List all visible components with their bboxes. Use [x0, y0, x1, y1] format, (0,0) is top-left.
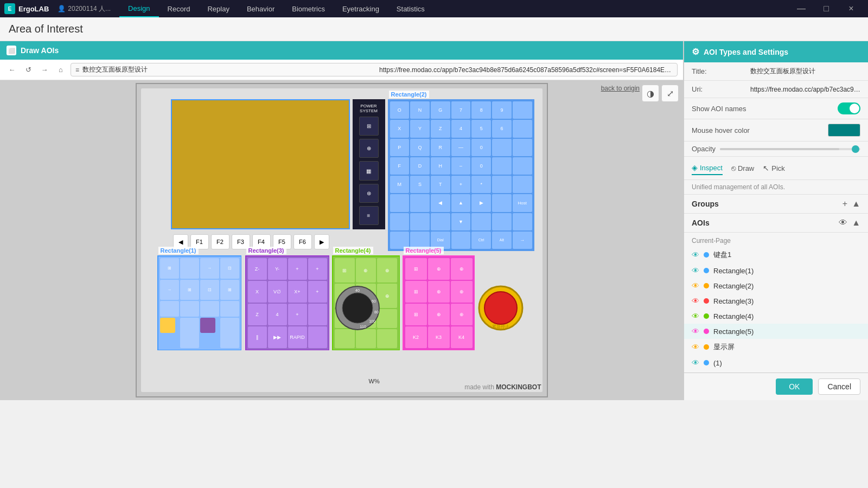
draw-aois-title: Draw AOIs — [21, 46, 59, 55]
svg-text:60: 60 — [372, 299, 376, 303]
forward-button[interactable]: → — [38, 63, 51, 76]
groups-collapse-button[interactable]: ▲ — [852, 199, 860, 209]
content-row: Draw AOIs ← ↺ → ⌂ ≡ 数控交互面板原型设计 https://f… — [0, 41, 868, 400]
aoi-name-rectangle4: Rectangle(4) — [713, 312, 860, 320]
window-controls: — □ × — [789, 0, 864, 17]
title-label: Title: — [692, 67, 746, 75]
aois-title: AOIs — [692, 219, 839, 227]
aoi-eye-rectangle3[interactable]: 👁 — [692, 297, 699, 305]
svg-text:40: 40 — [355, 288, 360, 292]
close-button[interactable]: × — [839, 0, 864, 17]
aoi-color-1 — [704, 360, 709, 365]
minimize-button[interactable]: — — [789, 0, 814, 17]
ok-button[interactable]: OK — [776, 378, 813, 395]
show-aoi-names-toggle[interactable] — [838, 102, 860, 114]
rect5-grid: ⊞ ⊕ ⊕ ⊞ ⊕ ⊕ ⊞ ⊕ ⊕ K2 K3 K4 — [404, 256, 474, 350]
tab-eyetracking[interactable]: Eyetracking — [334, 0, 388, 17]
aoi-item-rectangle5[interactable]: 👁 Rectangle(5) — [684, 324, 868, 339]
title-value: 数控交互面板原型设计 — [750, 67, 860, 76]
dial-area: 40 60 80 100 110 — [333, 284, 382, 332]
opacity-slider-fill — [720, 148, 839, 150]
opacity-slider-thumb[interactable] — [852, 145, 859, 153]
url-bar: ← ↺ → ⌂ ≡ 数控交互面板原型设计 https://free.modao.… — [0, 60, 683, 80]
tab-record[interactable]: Record — [159, 0, 199, 17]
opacity-row: Opacity — [684, 142, 868, 157]
opacity-slider[interactable] — [720, 148, 860, 150]
emergency-button[interactable]: 紧急停止 — [476, 284, 525, 332]
power-panel: POWER SYSTEM ⊞ ⊕ ▦ ⊛ ≡ — [353, 99, 385, 229]
aoi-eye-1[interactable]: 👁 — [692, 358, 699, 367]
svg-point-1 — [342, 293, 373, 323]
contrast-button[interactable]: ◑ — [642, 85, 659, 102]
nav-tabs: Design Record Replay Behavior Biometrics… — [119, 0, 789, 17]
inspect-icon: ◈ — [692, 163, 698, 172]
watermark: made with MOCKINGBOT — [464, 383, 541, 391]
aoi-list: Current-Page 👁 键盘1 👁 Rectangle(1) 👁 Rect… — [684, 233, 868, 373]
svg-text:100: 100 — [369, 319, 375, 323]
aoi-eye-rectangle1[interactable]: 👁 — [692, 266, 699, 275]
aoi-eye-rectangle4[interactable]: 👁 — [692, 312, 699, 320]
url-input-wrap[interactable]: ≡ 数控交互面板原型设计 https://free.modao.cc/app/b… — [71, 63, 678, 76]
aoi-color-rectangle1 — [704, 268, 709, 273]
aois-collapse-button[interactable]: ▲ — [852, 218, 860, 228]
groups-section-header[interactable]: Groups + ▲ — [684, 195, 868, 214]
show-aoi-names-row: Show AOI names — [684, 98, 868, 119]
aoi-eye-keyboard1[interactable]: 👁 — [692, 251, 699, 259]
svg-text:110: 110 — [360, 325, 366, 329]
aoi-name-rectangle1: Rectangle(1) — [713, 267, 860, 275]
aoi-item-rectangle4[interactable]: 👁 Rectangle(4) — [684, 309, 868, 324]
back-button[interactable]: ← — [5, 63, 18, 76]
canvas-controls: ◑ ⤢ — [642, 85, 679, 102]
maximize-button[interactable]: □ — [814, 0, 839, 17]
right-panel: ⚙ AOI Types and Settings Title: 数控交互面板原型… — [684, 41, 868, 400]
aoi-eye-rectangle5[interactable]: 👁 — [692, 327, 699, 336]
tab-statistics[interactable]: Statistics — [388, 0, 433, 17]
settings-icon: ⚙ — [692, 47, 699, 57]
page-title: Area of Interest — [0, 17, 868, 41]
uri-value: https://free.modao.cc/app/b7ec3ac94b8e87… — [750, 86, 860, 93]
aoi-item-rectangle1[interactable]: 👁 Rectangle(1) — [684, 263, 868, 278]
uri-label: Uri: — [692, 85, 746, 93]
tab-inspect[interactable]: ◈ Inspect — [692, 161, 723, 175]
show-aoi-names-label: Show AOI names — [692, 105, 746, 113]
right-panel-header: ⚙ AOI Types and Settings — [684, 41, 868, 62]
aoi-color-rectangle2 — [704, 283, 709, 288]
user-name: 20200114 人... — [68, 4, 111, 14]
tab-pick[interactable]: ↖ Pick — [763, 162, 785, 175]
svg-text:80: 80 — [374, 310, 379, 314]
tab-draw[interactable]: ⎋ Draw — [731, 162, 754, 175]
groups-add-button[interactable]: + — [843, 199, 847, 209]
mouse-hover-color-row: Mouse hover color — [684, 119, 868, 142]
aoi-eye-rectangle2[interactable]: 👁 — [692, 281, 699, 290]
url-favicon: ≡ — [75, 66, 79, 74]
draw-label: Draw — [738, 164, 754, 172]
aoi-item-rectangle3[interactable]: 👁 Rectangle(3) — [684, 293, 868, 309]
tab-biometrics[interactable]: Biometrics — [283, 0, 334, 17]
aoi-eye-display[interactable]: 👁 — [692, 343, 699, 351]
aoi-item-keyboard1[interactable]: 👁 键盘1 — [684, 247, 868, 263]
aois-section-header[interactable]: AOIs 👁 ▲ — [684, 214, 868, 233]
home-button[interactable]: ⌂ — [54, 63, 67, 76]
aoi-item-display[interactable]: 👁 显示屏 — [684, 339, 868, 355]
title-row: Title: 数控交互面板原型设计 — [684, 62, 868, 81]
mouse-hover-color-swatch[interactable] — [828, 124, 860, 137]
back-to-origin[interactable]: back to origin — [601, 85, 640, 92]
tab-design[interactable]: Design — [119, 0, 158, 17]
refresh-button[interactable]: ↺ — [22, 63, 35, 76]
cancel-button[interactable]: Cancel — [818, 378, 860, 395]
aoi-name-keyboard1: 键盘1 — [713, 250, 860, 260]
aoi-item-1[interactable]: 👁 (1) — [684, 355, 868, 370]
svg-point-8 — [484, 292, 517, 324]
keyboard-grid-top: O N G 7 8 9 X Y Z 4 5 6 P — [388, 99, 534, 251]
rect3-grid: Z- Y- + + X V∅ X+ + Z 4 + ‖ ▶▶ — [246, 256, 329, 350]
rect1-grid: ⊞ → ⊡ → ⊞ ⊡ ⊞ — [158, 256, 241, 350]
tab-behavior[interactable]: Behavior — [238, 0, 283, 17]
tab-replay[interactable]: Replay — [199, 0, 238, 17]
aois-visibility-button[interactable]: 👁 — [839, 218, 847, 228]
groups-title: Groups — [692, 200, 843, 208]
fullscreen-button[interactable]: ⤢ — [661, 85, 679, 102]
w-percent-label: W% — [369, 378, 380, 384]
draw-aois-icon — [7, 46, 16, 55]
aoi-item-rectangle2[interactable]: 👁 Rectangle(2) — [684, 278, 868, 293]
logo-icon: E — [4, 3, 15, 14]
